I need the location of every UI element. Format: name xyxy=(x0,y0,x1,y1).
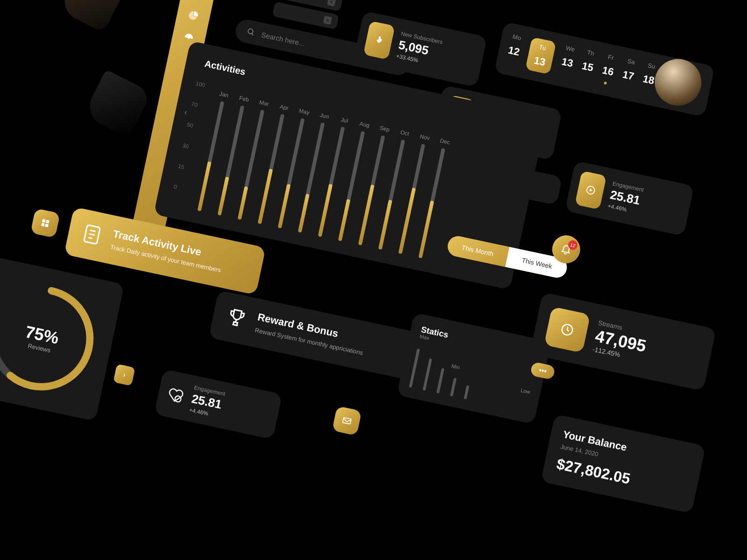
statics-card: Statics MaxMinLow xyxy=(397,313,551,424)
bar-Apr[interactable]: Apr xyxy=(258,114,285,224)
bar-Sep[interactable]: Sep xyxy=(358,135,385,245)
bar-Jan[interactable]: Jan xyxy=(197,101,225,211)
close-icon[interactable]: ✕ xyxy=(327,0,336,7)
mini-bar xyxy=(409,349,420,388)
mini-bar xyxy=(450,378,457,396)
reviews-gauge: 75% Reviews xyxy=(0,266,113,410)
more-icon: ••• xyxy=(538,366,547,376)
heart-icon xyxy=(165,385,186,406)
reviews-card: 75% Reviews xyxy=(0,255,124,421)
mini-bar xyxy=(423,358,432,391)
svg-rect-14 xyxy=(41,223,45,226)
dashboard-icon[interactable] xyxy=(182,31,195,44)
wallet-icon[interactable] xyxy=(191,0,204,0)
chevron-right-button[interactable]: › xyxy=(113,364,135,386)
day-Fr[interactable]: Fr16 xyxy=(599,53,617,88)
bar-Jul[interactable]: Jul xyxy=(318,126,345,237)
svg-point-6 xyxy=(247,28,253,34)
chevron-right-icon: › xyxy=(122,371,127,379)
mini-bar xyxy=(464,385,469,399)
mail-icon xyxy=(341,415,353,427)
bar-Oct[interactable]: Oct xyxy=(378,140,405,250)
close-icon[interactable]: ✕ xyxy=(323,16,332,25)
svg-rect-13 xyxy=(46,220,49,224)
deco-gem xyxy=(57,0,127,33)
stat-engagement-2: Engagement 25.81 +4.46% xyxy=(565,161,694,236)
play-icon xyxy=(575,171,606,210)
day-We[interactable]: We13 xyxy=(558,44,577,79)
touch-icon xyxy=(363,21,395,60)
balance-card: Your Balance June 14, 2020 $27,802.05 xyxy=(541,414,706,513)
grid-button[interactable] xyxy=(30,208,60,238)
bar-Feb[interactable]: Feb xyxy=(218,105,245,216)
mini-bar xyxy=(437,368,444,393)
svg-rect-12 xyxy=(42,219,46,223)
deco-gem-dark xyxy=(83,70,152,139)
pie-icon[interactable] xyxy=(187,9,200,22)
mail-button[interactable] xyxy=(332,406,362,436)
bar-May[interactable]: May xyxy=(278,118,305,228)
reward-card[interactable]: Reward & Bonus Reward System for monthly… xyxy=(209,290,420,380)
bar-Dec[interactable]: Dec xyxy=(418,148,445,258)
stat-subscribers: New Subscribers 5,095 +33.45% xyxy=(353,11,487,87)
grid-icon xyxy=(40,217,51,229)
day-Mo[interactable]: Mo12 xyxy=(505,33,523,68)
svg-rect-15 xyxy=(45,224,49,227)
trophy-icon xyxy=(223,304,250,332)
day-Sa[interactable]: Sa17 xyxy=(620,57,638,92)
document-icon xyxy=(79,221,106,248)
streams-card: Streams 47,095 -112.45% xyxy=(529,292,716,391)
bar-Nov[interactable]: Nov xyxy=(398,144,425,254)
clock-icon xyxy=(544,307,591,353)
bar-Jun[interactable]: Jun xyxy=(298,122,325,232)
search-icon xyxy=(246,27,256,37)
day-Tu[interactable]: Tu13 xyxy=(525,37,556,74)
bar-Mar[interactable]: Mar xyxy=(238,110,265,220)
stat-engagement-3: Engagement 25.81 +4.46% xyxy=(154,369,282,440)
bar-Aug[interactable]: Aug xyxy=(338,131,365,241)
day-Th[interactable]: Th15 xyxy=(579,49,597,84)
